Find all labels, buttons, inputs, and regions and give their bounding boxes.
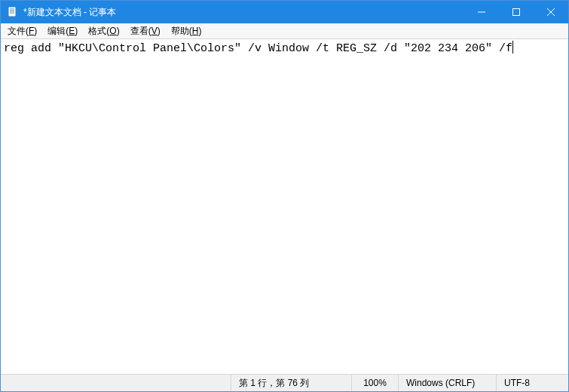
- maximize-button[interactable]: [499, 1, 534, 23]
- menu-edit[interactable]: 编辑(E): [42, 23, 83, 39]
- menu-format-label: 格式: [88, 26, 106, 36]
- svg-rect-5: [513, 9, 520, 16]
- editor-content: reg add "HKCU\Control Panel\Colors" /v W…: [4, 42, 512, 55]
- menu-view-hotkey: V: [151, 26, 158, 36]
- app-icon: [7, 6, 19, 18]
- svg-rect-0: [8, 7, 16, 17]
- menu-view[interactable]: 查看(V): [125, 23, 166, 39]
- menu-help-label: 帮助: [171, 26, 189, 36]
- menu-help[interactable]: 帮助(H): [166, 23, 207, 39]
- text-caret: [512, 41, 513, 54]
- menu-format-hotkey: O: [109, 26, 116, 36]
- menu-file-hotkey: F: [29, 26, 34, 36]
- status-zoom: 100%: [351, 375, 398, 391]
- editor-content-wrapper: reg add "HKCU\Control Panel\Colors" /v W…: [1, 39, 568, 58]
- menu-help-hotkey: H: [192, 26, 199, 36]
- status-encoding: UTF-8: [496, 375, 568, 391]
- menu-edit-label: 编辑: [47, 26, 66, 36]
- minimize-button[interactable]: [464, 1, 499, 23]
- titlebar[interactable]: *新建文本文档 - 记事本: [1, 1, 568, 23]
- close-button[interactable]: [534, 1, 568, 23]
- menu-edit-hotkey: E: [69, 26, 75, 36]
- menubar: 文件(F) 编辑(E) 格式(O) 查看(V) 帮助(H): [1, 23, 568, 39]
- menu-file[interactable]: 文件(F): [2, 23, 42, 39]
- status-position: 第 1 行，第 76 列: [231, 375, 351, 391]
- statusbar-spacer: [1, 375, 231, 391]
- text-editor[interactable]: reg add "HKCU\Control Panel\Colors" /v W…: [1, 39, 568, 374]
- menu-file-label: 文件: [8, 26, 26, 36]
- notepad-window: *新建文本文档 - 记事本 文件(F) 编辑(E) 格式(O) 查看(V) 帮助…: [0, 0, 569, 392]
- menu-view-label: 查看: [130, 26, 148, 36]
- window-title: *新建文本文档 - 记事本: [23, 1, 116, 23]
- statusbar: 第 1 行，第 76 列 100% Windows (CRLF) UTF-8: [1, 374, 568, 391]
- status-line-ending: Windows (CRLF): [398, 375, 496, 391]
- menu-format[interactable]: 格式(O): [83, 23, 124, 39]
